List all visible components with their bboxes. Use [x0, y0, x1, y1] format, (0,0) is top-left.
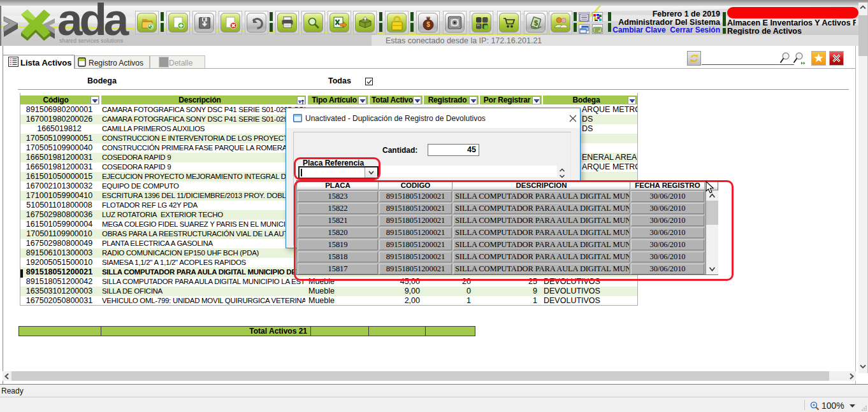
svg-text:$: $ — [426, 21, 430, 28]
svg-text:$: $ — [533, 19, 537, 27]
